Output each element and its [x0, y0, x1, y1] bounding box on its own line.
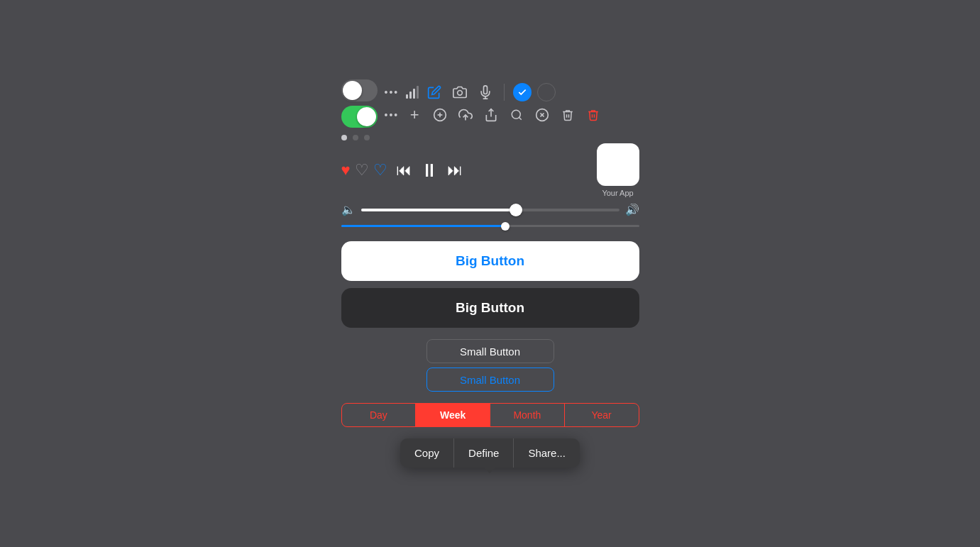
close-circle-icon[interactable] — [532, 105, 552, 125]
main-container: ••• — [341, 79, 639, 468]
toolbar-section: ••• — [385, 82, 639, 125]
page-indicator — [341, 135, 639, 140]
volume-slider-track[interactable] — [361, 209, 620, 211]
context-menu-share[interactable]: Share... — [514, 438, 580, 468]
seg-year[interactable]: Year — [565, 404, 639, 426]
trash-outline-icon[interactable] — [583, 105, 603, 125]
pause-button[interactable]: ⏸ — [420, 160, 439, 182]
volume-min-icon: 🔈 — [341, 203, 356, 216]
mic-icon[interactable] — [475, 82, 495, 102]
toggle-knob-on — [357, 107, 376, 126]
share-box-icon[interactable] — [481, 105, 501, 125]
context-menu-wrapper: Copy Define Share... — [400, 438, 580, 468]
toolbar-divider — [504, 84, 505, 101]
toggle-knob-off — [343, 81, 362, 100]
search-icon[interactable] — [507, 105, 527, 125]
toggles-column — [341, 79, 378, 128]
volume-slider-thumb[interactable] — [510, 204, 522, 216]
check-circle-icon[interactable] — [513, 83, 532, 101]
empty-circle-icon[interactable] — [537, 83, 556, 101]
edit-icon[interactable] — [424, 82, 444, 102]
context-menu-define[interactable]: Define — [454, 438, 514, 468]
toggle-on[interactable] — [341, 106, 378, 128]
forward-button[interactable]: ⏭ — [447, 161, 463, 179]
toolbar-row-2: ••• + — [385, 105, 639, 125]
small-button-blue[interactable]: Small Button — [426, 368, 554, 392]
signal-bars-icon — [406, 86, 419, 99]
heart-blue-icon[interactable]: ♡ — [373, 161, 387, 179]
volume-control: 🔈 🔊 — [341, 203, 639, 216]
seg-day[interactable]: Day — [342, 404, 417, 426]
dots-icon-2[interactable]: ••• — [385, 109, 400, 121]
heart-filled-icon[interactable]: ♥ — [341, 161, 351, 179]
app-icon — [597, 143, 639, 186]
big-button-dark[interactable]: Big Button — [341, 288, 639, 328]
trash-icon[interactable] — [558, 105, 578, 125]
toggles-toolbar-section: ••• — [341, 79, 639, 128]
toolbar-row-1: ••• — [385, 82, 639, 102]
volume-max-icon: 🔊 — [625, 203, 639, 216]
toggle-off[interactable] — [341, 79, 378, 101]
dot-2 — [353, 135, 358, 140]
plus-circle-icon[interactable] — [430, 105, 450, 125]
svg-point-8 — [512, 110, 520, 118]
context-menu: Copy Define Share... — [400, 438, 580, 468]
segmented-control: Day Week Month Year — [341, 403, 639, 427]
progress-fill — [341, 225, 505, 227]
rewind-button[interactable]: ⏮ — [396, 161, 412, 179]
app-label: Your App — [597, 189, 639, 197]
context-menu-copy[interactable]: Copy — [400, 438, 454, 468]
app-icon-container: Your App — [597, 143, 639, 197]
heart-empty-icon[interactable]: ♡ — [355, 161, 369, 179]
media-controls: ♥ ♡ ♡ ⏮ ⏸ ⏭ Your App — [341, 143, 639, 197]
dots-icon-1[interactable]: ••• — [385, 87, 400, 98]
add-icon[interactable]: + — [404, 105, 424, 125]
seg-week[interactable]: Week — [416, 404, 490, 426]
dot-3 — [364, 135, 370, 140]
camera-icon[interactable] — [450, 82, 470, 102]
progress-track[interactable] — [341, 225, 639, 227]
context-menu-arrow — [484, 468, 495, 473]
small-button-outlined[interactable]: Small Button — [426, 339, 554, 363]
seg-month[interactable]: Month — [490, 404, 565, 426]
svg-point-0 — [458, 91, 463, 96]
svg-line-9 — [519, 117, 522, 119]
progress-thumb[interactable] — [501, 222, 510, 231]
volume-slider-fill — [361, 209, 516, 211]
big-button-light[interactable]: Big Button — [341, 241, 639, 281]
upload-icon[interactable] — [456, 105, 475, 125]
progress-bar-row — [341, 225, 639, 227]
dot-1 — [341, 135, 347, 140]
